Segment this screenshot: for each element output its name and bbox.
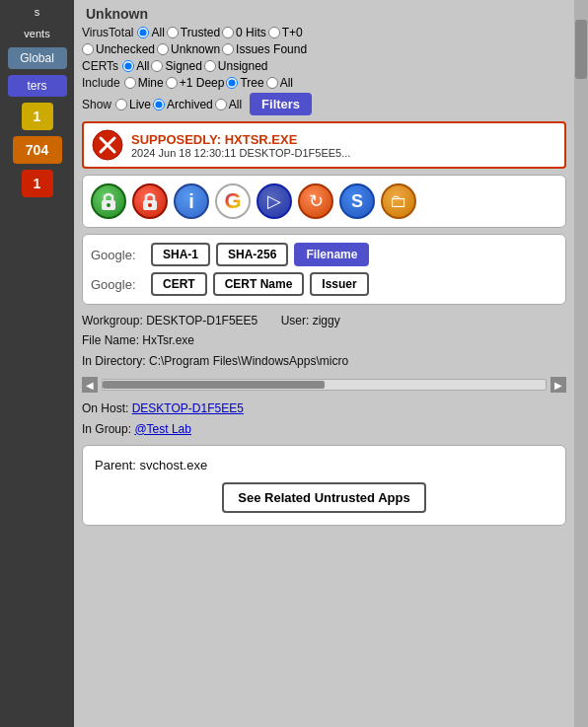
badge-orange: 704 — [13, 136, 62, 164]
left-sidebar: s vents Global ters 1 704 1 — [0, 0, 74, 727]
vt-unknown-option[interactable]: Unknown — [157, 42, 220, 56]
unknown-header: Unknown — [82, 4, 566, 24]
show-live-option[interactable]: Live — [115, 98, 151, 111]
see-related-button[interactable]: See Related Untrusted Apps — [222, 482, 425, 513]
right-scrollbar[interactable] — [574, 0, 588, 727]
include-filter-row: Include Mine +1 Deep Tree All — [82, 76, 566, 90]
ters-button[interactable]: ters — [8, 75, 67, 97]
workgroup-line: Workgroup: DESKTOP-D1F5EE5 User: ziggy — [82, 311, 566, 330]
filename-line: File Name: HxTsr.exe — [82, 330, 566, 350]
filename-value: HxTsr.exe — [142, 333, 194, 347]
show-filter-row: Show Live Archived All Filters — [82, 93, 566, 115]
include-mine-option[interactable]: Mine — [124, 76, 164, 90]
host-group-section: On Host: DESKTOP-D1F5EE5 In Group: @Test… — [82, 399, 566, 439]
alert-title: SUPPOSEDLY: HXTSR.EXE — [131, 132, 350, 147]
filename-button[interactable]: Filename — [294, 243, 369, 266]
scroll-track[interactable] — [102, 379, 547, 391]
directory-line: In Directory: C:\Program Files\WindowsAp… — [82, 351, 566, 371]
refresh-icon[interactable]: ↻ — [298, 183, 333, 219]
cert-name-button[interactable]: CERT Name — [213, 272, 305, 296]
certs-filter-row: CERTs All Signed Unsigned — [82, 59, 566, 73]
arrow-check-icon[interactable]: ▷ — [257, 183, 292, 219]
group-label: In Group: — [82, 422, 134, 436]
cert-button[interactable]: CERT — [151, 272, 207, 296]
include-plus1deep-option[interactable]: +1 Deep — [166, 76, 225, 90]
vt-trusted-option[interactable]: Trusted — [167, 26, 220, 39]
horizontal-scrollbar[interactable]: ◀ ▶ — [82, 377, 566, 393]
show-label: Show — [82, 98, 111, 111]
svg-point-4 — [107, 203, 110, 207]
sha1-button[interactable]: SHA-1 — [151, 243, 210, 266]
certs-label: CERTs — [82, 59, 118, 73]
red-lock-icon[interactable] — [132, 183, 168, 219]
host-label: On Host: — [82, 401, 132, 415]
google-label-2: Google: — [91, 277, 145, 292]
s-app-icon[interactable]: S — [339, 183, 375, 219]
vt-tplus0-option[interactable]: T+0 — [268, 26, 303, 39]
vt-issues-option[interactable]: Issues Found — [222, 42, 307, 56]
user-value: ziggy — [313, 314, 340, 327]
group-value[interactable]: @Test Lab — [134, 422, 191, 436]
show-all-option[interactable]: All — [215, 98, 242, 111]
alert-x-icon — [92, 129, 123, 161]
search-row-2: Google: CERT CERT Name Issuer — [91, 272, 557, 296]
virustotal-filter-row2: Unchecked Unknown Issues Found — [82, 42, 566, 56]
folder-icon[interactable]: 🗀 — [381, 183, 416, 219]
scroll-thumb — [103, 381, 325, 389]
issuer-button[interactable]: Issuer — [310, 272, 368, 296]
group-line: In Group: @Test Lab — [82, 419, 566, 439]
certs-all-option[interactable]: All — [122, 59, 149, 73]
virustotal-filter-row: VirusTotal All Trusted 0 Hits T+0 — [82, 26, 566, 39]
vt-unchecked-option[interactable]: Unchecked — [82, 42, 155, 56]
include-tree-option[interactable]: Tree — [226, 76, 263, 90]
scroll-right-button[interactable]: ▶ — [551, 377, 566, 393]
filters-button[interactable]: Filters — [250, 93, 312, 115]
google-search-icon[interactable]: G — [215, 183, 251, 219]
info-section: Workgroup: DESKTOP-D1F5EE5 User: ziggy F… — [82, 311, 566, 371]
include-all-option[interactable]: All — [266, 76, 293, 90]
search-row-1: Google: SHA-1 SHA-256 Filename — [91, 243, 557, 266]
workgroup-label: Workgroup: — [82, 314, 146, 327]
badge-yellow: 1 — [22, 103, 53, 130]
unknown-label: Unknown — [86, 6, 148, 22]
sha256-button[interactable]: SHA-256 — [216, 243, 288, 266]
badge-red: 1 — [22, 170, 53, 197]
filename-label: File Name: — [82, 333, 142, 347]
workgroup-value: DESKTOP-D1F5EE5 — [146, 314, 257, 327]
certs-unsigned-option[interactable]: Unsigned — [204, 59, 268, 73]
scrollbar-thumb — [575, 20, 587, 79]
vt-all-option[interactable]: All — [137, 26, 164, 39]
sidebar-label-s: s — [33, 4, 42, 20]
scroll-left-button[interactable]: ◀ — [82, 377, 98, 393]
global-button[interactable]: Global — [8, 47, 67, 69]
alert-item[interactable]: SUPPOSEDLY: HXTSR.EXE 2024 Jun 18 12:30:… — [82, 121, 566, 169]
host-line: On Host: DESKTOP-D1F5EE5 — [82, 399, 566, 418]
parent-label: Parent: svchost.exe — [95, 458, 553, 473]
svg-point-6 — [148, 203, 152, 207]
info-circle-icon[interactable]: i — [174, 183, 209, 219]
icon-toolbar: i G ▷ ↻ S 🗀 — [82, 175, 566, 228]
green-lock-icon[interactable] — [91, 183, 126, 219]
search-section: Google: SHA-1 SHA-256 Filename Google: C… — [82, 234, 566, 305]
content-area: Unknown VirusTotal All Trusted 0 Hits T+… — [74, 0, 574, 727]
main-layout: s vents Global ters 1 704 1 Unknown Viru… — [0, 0, 588, 727]
directory-value: C:\Program Files\WindowsApps\micro — [149, 354, 348, 368]
alert-text: SUPPOSEDLY: HXTSR.EXE 2024 Jun 18 12:30:… — [131, 132, 350, 159]
show-archived-option[interactable]: Archived — [153, 98, 213, 111]
sidebar-label-vents: vents — [22, 26, 51, 41]
alert-subtitle: 2024 Jun 18 12:30:11 DESKTOP-D1F5EE5... — [131, 147, 350, 159]
parent-value: svchost.exe — [140, 458, 208, 473]
host-value[interactable]: DESKTOP-D1F5EE5 — [132, 401, 244, 415]
include-label: Include — [82, 76, 120, 90]
directory-label: In Directory: — [82, 354, 149, 368]
certs-signed-option[interactable]: Signed — [151, 59, 201, 73]
vt-0hits-option[interactable]: 0 Hits — [222, 26, 266, 39]
google-label-1: Google: — [91, 248, 145, 262]
user-label: User: — [281, 314, 313, 327]
parent-box: Parent: svchost.exe See Related Untruste… — [82, 445, 566, 526]
virustotal-label: VirusTotal — [82, 26, 133, 39]
